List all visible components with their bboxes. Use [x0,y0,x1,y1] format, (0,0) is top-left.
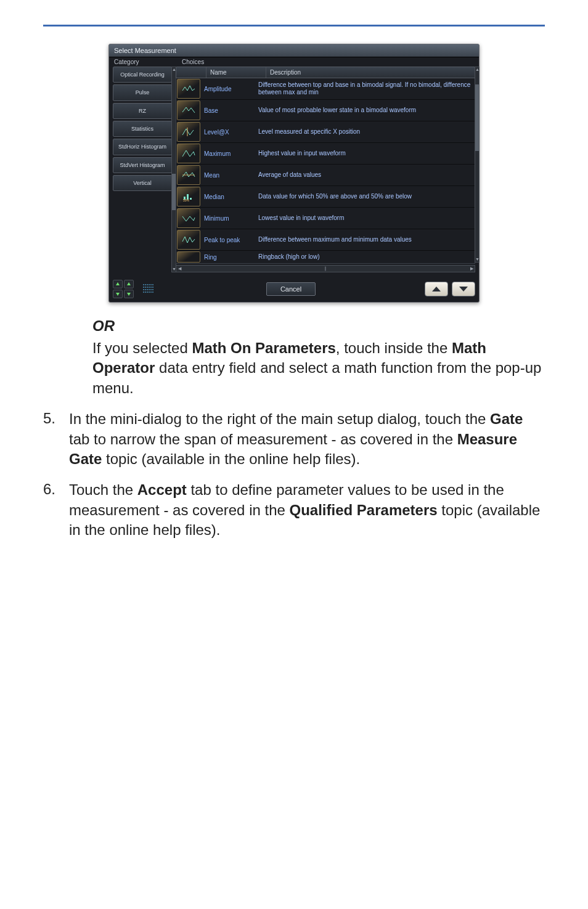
peaktopeak-icon [177,230,200,250]
svg-marker-14 [432,287,441,291]
text: If you selected [92,340,192,356]
mean-icon [177,165,200,185]
cancel-button[interactable]: Cancel [266,282,316,296]
scroll-down-icon[interactable]: ▼ [475,257,479,262]
indented-block: OR If you selected Math On Parameters, t… [92,317,545,398]
choice-name: Peak to peak [200,237,256,243]
choice-desc: Difference between top and base in a bim… [256,80,475,97]
header-icon-col [176,67,206,78]
choice-name: Mean [200,172,256,179]
label-category: Category [114,59,182,65]
choice-row-median[interactable]: 50% Median Data value for which 50% are … [176,186,475,208]
base-icon [177,100,200,120]
choice-desc: Average of data values [256,170,475,180]
list-item-6: 6. Touch the Accept tab to define parame… [43,480,545,540]
choice-row-minimum[interactable]: Minimum Lowest value in input waveform [176,208,475,229]
select-measurement-dialog: Select Measurement Category Choices Opti… [108,44,480,303]
choice-name: Minimum [200,215,256,222]
choice-row-levelx[interactable]: Level@X Level measured at specific X pos… [176,121,475,143]
category-pulse[interactable]: Pulse [113,84,172,100]
category-optical-recording[interactable]: Optical Recording [113,67,172,83]
nav-down-button[interactable] [452,282,475,296]
choice-desc: Ringback (high or low) [256,252,475,262]
arrow-up-right-button[interactable] [124,280,134,288]
choice-row-maximum[interactable]: Maximum Highest value in input waveform [176,143,475,165]
svg-rect-4 [190,198,192,200]
bold-text: Accept [137,481,187,498]
choice-desc: Level measured at specific X position [256,127,475,137]
choices-header: Name Description [176,67,475,78]
choice-name: Maximum [200,150,256,157]
choices-h-scrollbar[interactable]: ◀ ∥ ▶ [176,265,475,272]
choice-name: Level@X [200,129,256,136]
choice-row-ring[interactable]: Ring Ringback (high or low) [176,251,475,263]
svg-marker-9 [127,293,131,296]
header-description: Description [266,67,475,78]
label-choices: Choices [182,59,204,65]
choices-grid: Name Description Amplitude Difference be… [176,67,475,272]
choice-row-base[interactable]: Base Value of most probable lower state … [176,100,475,121]
item-text: Touch the Accept tab to define parameter… [69,480,545,540]
choice-name: Median [200,194,256,200]
item-number: 6. [43,480,69,540]
text: tab to narrow the span of measurement - … [69,431,457,447]
nav-up-button[interactable] [425,282,448,296]
choice-row-amplitude[interactable]: Amplitude Difference between top and bas… [176,78,475,100]
list-lines-icon[interactable] [140,280,157,298]
scroll-grip-icon: ∥ [324,266,327,272]
scroll-left-icon[interactable]: ◀ [176,266,182,272]
choice-desc: Data value for which 50% are above and 5… [256,192,475,202]
svg-marker-6 [116,282,120,285]
scroll-up-icon[interactable]: ▲ [475,67,479,72]
dialog-footer: Cancel [109,276,479,302]
levelx-icon [177,122,200,142]
choice-name: Amplitude [200,86,256,92]
item-text: In the mini-dialog to the right of the m… [69,409,545,469]
text: In the mini-dialog to the right of the m… [69,410,490,427]
ring-icon [177,251,200,263]
choice-row-peaktopeak[interactable]: Peak to peak Difference between maximum … [176,229,475,251]
svg-marker-7 [127,282,131,285]
choice-row-mean[interactable]: Mean Average of data values [176,165,475,186]
category-column: Optical Recording Pulse RZ Statistics St… [113,67,172,272]
math-paragraph: If you selected Math On Parameters, touc… [92,338,545,398]
category-stdhoriz-histogram[interactable]: StdHoriz Histogram [113,139,172,155]
top-divider [43,25,545,26]
bold-text: Math On Parameters [192,340,335,356]
bold-text: Gate [490,410,523,427]
svg-text:50%: 50% [183,198,190,202]
or-heading: OR [92,317,545,335]
dialog-title: Select Measurement [109,44,479,57]
category-statistics[interactable]: Statistics [113,121,172,137]
text: Touch the [69,481,137,498]
choice-desc: Value of most probable lower state in a … [256,105,475,115]
text: topic (available in the online help file… [102,450,360,467]
text: , touch inside the [336,340,452,356]
choices-v-scrollbar[interactable]: ▲ ▼ [475,67,480,263]
page: Select Measurement Category Choices Opti… [0,0,588,589]
category-stdvert-histogram[interactable]: StdVert Histogram [113,157,172,173]
choice-desc: Difference between maximum and minimum d… [256,235,475,245]
arrow-up-left-button[interactable] [113,280,123,288]
choice-desc: Highest value in input waveform [256,149,475,158]
list-item-5: 5. In the mini-dialog to the right of th… [43,409,545,469]
arrow-down-left-button[interactable] [113,290,123,298]
category-vertical[interactable]: Vertical [113,175,172,191]
bold-text: Qualified Parameters [290,502,438,518]
svg-marker-8 [116,293,120,296]
median-icon: 50% [177,187,200,206]
amplitude-icon [177,79,200,99]
minimum-icon [177,208,200,228]
maximum-icon [177,144,200,163]
scroll-thumb[interactable] [475,84,479,150]
choice-name: Base [200,107,256,114]
choice-name: Ring [200,254,256,261]
section-labels: Category Choices [109,57,479,67]
arrow-down-right-button[interactable] [124,290,134,298]
category-rz[interactable]: RZ [113,103,172,119]
svg-marker-15 [459,287,468,291]
item-number: 5. [43,409,69,469]
scroll-right-icon[interactable]: ▶ [468,266,475,272]
arrow-pad [113,280,134,298]
text: data entry field and select a math funct… [92,359,541,396]
